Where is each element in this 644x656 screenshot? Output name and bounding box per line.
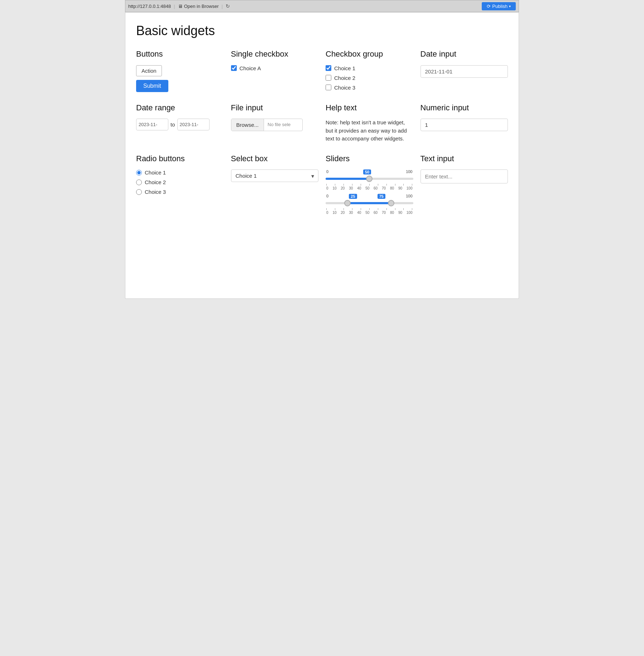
- slider1-labels-top: 0 50 100: [326, 169, 413, 174]
- tick: [386, 184, 387, 186]
- single-checkbox-row[interactable]: Choice A: [231, 65, 319, 71]
- slider2-tick-marks: [326, 208, 413, 210]
- date-input-title: Date input: [420, 49, 508, 59]
- date-range-title: Date range: [136, 103, 224, 113]
- slider1-track-wrapper[interactable]: [326, 175, 413, 182]
- checkbox-group-input-1[interactable]: [326, 65, 331, 71]
- slider1-thumb[interactable]: [366, 176, 373, 182]
- slider2-low-label: 25: [349, 194, 357, 199]
- checkbox-group-item-1[interactable]: Choice 1: [326, 65, 413, 71]
- tick: [352, 208, 352, 210]
- radio-input-2[interactable]: [136, 179, 142, 185]
- text-input-section: Text input: [420, 154, 508, 215]
- slider2-labels-top: 0 25 75 100: [326, 194, 413, 199]
- single-checkbox-section: Single checkbox Choice A: [231, 49, 319, 92]
- slider2-fill: [347, 202, 391, 204]
- tick: [412, 184, 412, 186]
- slider1-min-label: 0: [326, 169, 328, 174]
- radio-label-3: Choice 3: [145, 189, 166, 195]
- refresh-icon[interactable]: ↻: [226, 3, 230, 9]
- tick: [361, 184, 361, 186]
- tick: [412, 208, 412, 210]
- file-input-title: File input: [231, 103, 319, 113]
- slider1-tick-labels: 0 10 20 30 40 50 60 70 80 90 100: [326, 186, 413, 190]
- checkbox-group-item-3[interactable]: Choice 3: [326, 85, 413, 91]
- slider2-max-label: 100: [406, 194, 412, 199]
- numeric-input-section: Numeric input: [420, 103, 508, 143]
- slider1-value-label: 50: [363, 169, 371, 174]
- slider1-track: [326, 178, 413, 180]
- tick: [403, 184, 404, 186]
- tick: [395, 208, 395, 210]
- checkbox-group-label-2: Choice 2: [334, 75, 355, 81]
- buttons-section: Buttons Action Submit: [136, 49, 224, 92]
- select-box-input[interactable]: Choice 1 Choice 2 Choice 3: [231, 169, 319, 182]
- checkbox-group-input-3[interactable]: [326, 85, 331, 90]
- tick: [335, 208, 335, 210]
- select-box-title: Select box: [231, 154, 319, 164]
- browser-divider: |: [174, 4, 175, 9]
- slider1-fill: [326, 178, 369, 180]
- select-wrapper: Choice 1 Choice 2 Choice 3: [231, 169, 319, 182]
- date-range-to-label: to: [170, 121, 175, 128]
- date-input-section: Date input: [420, 49, 508, 92]
- tick: [386, 208, 387, 210]
- slider1-tick-marks: [326, 184, 413, 186]
- radio-input-1[interactable]: [136, 170, 142, 176]
- slider2-track-wrapper[interactable]: [326, 200, 413, 207]
- tick: [395, 184, 395, 186]
- radio-buttons-section: Radio buttons Choice 1 Choice 2 Choice 3: [136, 154, 224, 215]
- checkbox-group-input-2[interactable]: [326, 75, 331, 81]
- text-input-title: Text input: [420, 154, 508, 164]
- radio-item-2[interactable]: Choice 2: [136, 179, 224, 185]
- date-range-end[interactable]: [177, 119, 210, 130]
- page-title: Basic widgets: [136, 23, 508, 38]
- checkbox-group-label-1: Choice 1: [334, 65, 355, 71]
- content-card: Basic widgets Buttons Action Submit Sing…: [125, 12, 519, 299]
- action-button[interactable]: Action: [136, 65, 162, 76]
- browser-divider2: |: [222, 4, 223, 9]
- tick: [369, 184, 370, 186]
- radio-label-1: Choice 1: [145, 169, 166, 176]
- radio-input-3[interactable]: [136, 189, 142, 195]
- slider2-thumb-high[interactable]: [388, 200, 394, 206]
- file-input-section: File input Browse... No file sele: [231, 103, 319, 143]
- text-input-field[interactable]: [420, 169, 508, 183]
- tick: [369, 208, 370, 210]
- help-text-title: Help text: [326, 103, 413, 113]
- submit-button[interactable]: Submit: [136, 80, 168, 92]
- file-browse-button[interactable]: Browse...: [231, 119, 264, 131]
- tick: [343, 208, 344, 210]
- publish-button[interactable]: ⟳ Publish ▾: [482, 2, 516, 10]
- sliders-title: Sliders: [326, 154, 413, 164]
- numeric-input-field[interactable]: [420, 119, 508, 131]
- widgets-grid: Buttons Action Submit Single checkbox Ch…: [136, 49, 508, 215]
- slider2-thumb-low[interactable]: [344, 200, 351, 206]
- radio-buttons-title: Radio buttons: [136, 154, 224, 164]
- chevron-down-icon: ▾: [509, 4, 511, 8]
- help-text-section: Help text Note: help text isn't a true w…: [326, 103, 413, 143]
- help-text-content: Note: help text isn't a true widget, but…: [326, 119, 413, 143]
- browser-url[interactable]: http://127.0.0.1:4848: [128, 4, 171, 9]
- radio-item-1[interactable]: Choice 1: [136, 169, 224, 176]
- open-in-browser-link[interactable]: 🖥 Open in Browser: [178, 4, 219, 9]
- radio-item-3[interactable]: Choice 3: [136, 189, 224, 195]
- date-input-field[interactable]: [420, 65, 508, 78]
- buttons-title: Buttons: [136, 49, 224, 59]
- tick: [378, 184, 378, 186]
- checkbox-group-section: Checkbox group Choice 1 Choice 2 Choice …: [326, 49, 413, 92]
- date-range-start[interactable]: [136, 119, 168, 130]
- slider2-container: 0 25 75 100: [326, 194, 413, 215]
- select-box-section: Select box Choice 1 Choice 2 Choice 3: [231, 154, 319, 215]
- single-checkbox-label: Choice A: [240, 65, 261, 71]
- checkbox-group-title: Checkbox group: [326, 49, 413, 59]
- browser-chrome: http://127.0.0.1:4848 | 🖥 Open in Browse…: [125, 0, 519, 12]
- monitor-icon: 🖥: [178, 4, 183, 9]
- radio-label-2: Choice 2: [145, 179, 166, 185]
- checkbox-group-item-2[interactable]: Choice 2: [326, 75, 413, 81]
- slider1-max-label: 100: [406, 169, 412, 174]
- tick: [335, 184, 335, 186]
- numeric-input-title: Numeric input: [420, 103, 508, 113]
- single-checkbox-input[interactable]: [231, 65, 237, 71]
- slider1-container: 0 50 100: [326, 169, 413, 190]
